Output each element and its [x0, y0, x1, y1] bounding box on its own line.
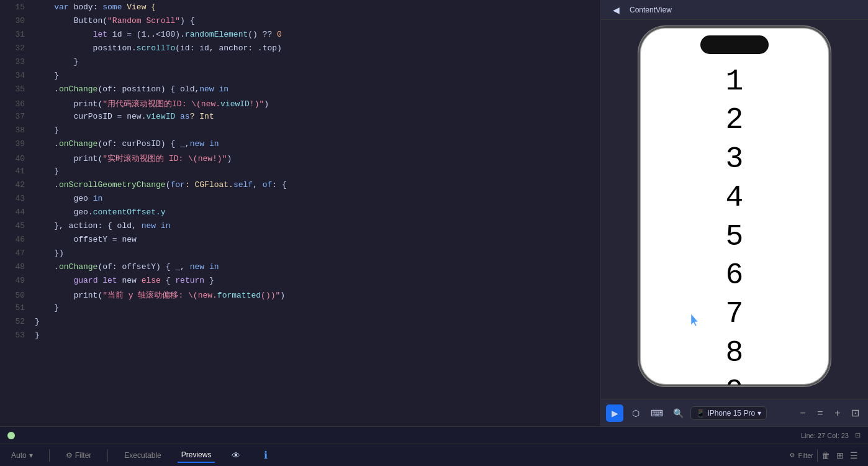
preview-panel: ◀ ContentView 12345678910: [601, 0, 868, 426]
line-number: 41: [5, 167, 25, 176]
chevron-down-icon: ▾: [757, 409, 761, 418]
keyboard-button[interactable]: ⌨: [648, 404, 666, 422]
code-line: 41 }: [0, 167, 600, 180]
code-line: 39 .onChange(of: curPosID) { _,new in: [0, 139, 600, 153]
line-number: 15: [5, 2, 25, 12]
preview-content-view-label: ContentView: [630, 6, 672, 14]
cursor-position: Line: 27 Col: 23: [801, 432, 849, 439]
line-content: .onChange(of: curPosID) { _,new in: [35, 139, 219, 148]
status-dot: [7, 432, 15, 439]
line-content: }: [35, 317, 40, 326]
scroll-number-item: 4: [640, 178, 829, 217]
line-number: 40: [5, 154, 25, 163]
line-number: 51: [5, 303, 25, 313]
tab-auto-label: Auto: [11, 451, 27, 460]
status-bar: Line: 27 Col: 23 ⊡: [0, 426, 868, 444]
line-content: print("实时滚动视图的 ID: \(new!)"): [35, 153, 232, 164]
line-number: 39: [5, 139, 25, 148]
device-selector[interactable]: 📱 iPhone 15 Pro ▾: [690, 406, 767, 420]
code-line: 45 }, action: { old, new in: [0, 221, 600, 235]
scroll-number-item: 6: [640, 256, 829, 295]
line-content: Button("Random Scroll") {: [35, 16, 194, 25]
code-line: 48 .onChange(of: offsetY) { _, new in: [0, 262, 600, 276]
device-name-label: iPhone 15 Pro: [708, 409, 755, 418]
tab-executable[interactable]: Executable: [120, 449, 165, 462]
dynamic-island: [700, 35, 769, 54]
line-number: 52: [5, 317, 25, 326]
code-line: 15 var body: some View {: [0, 2, 600, 16]
list-view-button[interactable]: ☰: [848, 449, 861, 462]
line-number: 35: [5, 85, 25, 94]
line-number: 50: [5, 291, 25, 300]
tab-filter-left[interactable]: ⚙ Filter: [62, 449, 96, 462]
line-content: geo in: [35, 194, 102, 203]
code-line: 42 .onScrollGeometryChange(for: CGFloat.…: [0, 180, 600, 194]
line-content: .onChange(of: offsetY) { _, new in: [35, 262, 219, 272]
code-line: 30 Button("Random Scroll") {: [0, 16, 600, 30]
info-button[interactable]: ℹ: [257, 447, 274, 464]
line-number: 30: [5, 16, 25, 25]
code-line: 46 offsetY = new: [0, 235, 600, 249]
line-content: }: [35, 71, 59, 80]
preview-back-button[interactable]: ◀: [607, 1, 625, 19]
line-content: }: [35, 57, 78, 66]
device-icon: 📱: [696, 409, 705, 418]
code-line: 52}: [0, 317, 600, 331]
zoom-fit-button[interactable]: ⊡: [847, 405, 863, 421]
tab-separator-1: [49, 449, 50, 462]
code-line: 33 }: [0, 57, 600, 71]
line-content: var body: some View {: [35, 2, 156, 12]
code-line: 32 position.scrollTo(id: id, anchor: .to…: [0, 43, 600, 57]
code-line: 36 print("用代码滚动视图的ID: \(new.viewID!)"): [0, 98, 600, 112]
line-number: 34: [5, 71, 25, 80]
tab-separator-3: [817, 449, 818, 462]
line-content: .onChange(of: position) { old,new in: [35, 85, 228, 94]
zoom-out-button[interactable]: −: [795, 405, 811, 421]
inspect-button[interactable]: ⬡: [627, 404, 644, 422]
tab-previews[interactable]: Previews: [178, 448, 215, 463]
eye-toggle-button[interactable]: 👁: [227, 447, 245, 464]
code-line: 35 .onChange(of: position) { old,new in: [0, 85, 600, 98]
trash-button[interactable]: 🗑: [821, 450, 830, 460]
line-content: position.scrollTo(id: id, anchor: .top): [35, 43, 282, 53]
scroll-number-item: 3: [640, 140, 829, 178]
scroll-number-item: 9: [640, 372, 829, 386]
code-line: 37 curPosID = new.viewID as? Int: [0, 112, 600, 126]
zoom-reset-button[interactable]: =: [812, 405, 828, 421]
zoom-in-button[interactable]: +: [830, 405, 846, 421]
scroll-number-item: 8: [640, 334, 829, 372]
iphone-frame: 12345678910: [638, 26, 831, 386]
scroll-number-item: 1: [640, 62, 829, 101]
filter-icon-right: ⚙: [790, 450, 794, 460]
line-number: 33: [5, 57, 25, 66]
line-number: 36: [5, 99, 25, 109]
line-number: 38: [5, 126, 25, 135]
line-content: }): [35, 249, 64, 258]
line-content: }, action: { old, new in: [35, 221, 170, 231]
main-area: 15 var body: some View {30 Button("Rando…: [0, 0, 868, 426]
code-editor: 15 var body: some View {30 Button("Rando…: [0, 0, 601, 426]
line-content: curPosID = new.viewID as? Int: [35, 112, 214, 121]
line-number: 47: [5, 249, 25, 258]
line-content: geo.contentOffset.y: [35, 208, 166, 217]
preview-device-container: 12345678910: [601, 20, 868, 399]
line-number: 45: [5, 221, 25, 231]
inspector-button[interactable]: 🔍: [669, 404, 687, 422]
line-number: 46: [5, 235, 25, 244]
tab-executable-label: Executable: [124, 451, 161, 460]
line-content: }: [35, 303, 59, 313]
bottom-device-toolbar: ▶ ⬡ ⌨ 🔍 📱 iPhone 15 Pro ▾ − = + ⊡: [601, 399, 868, 426]
line-content: guard let new else { return }: [35, 276, 214, 285]
code-line: 43 geo in: [0, 194, 600, 208]
tab-separator-2: [107, 449, 108, 462]
tab-auto[interactable]: Auto ▾: [7, 449, 37, 462]
line-content: print("当前 y 轴滚动偏移: \(new.formatted())"): [35, 290, 285, 301]
code-lines: 15 var body: some View {30 Button("Rando…: [0, 0, 600, 347]
line-number: 31: [5, 30, 25, 39]
play-button[interactable]: ▶: [606, 404, 623, 422]
tab-auto-chevron: ▾: [29, 451, 33, 460]
tab-filter-right: ⚙ Filter 🗑 ⊞ ☰: [790, 449, 861, 462]
grid-view-button[interactable]: ⊞: [834, 449, 846, 462]
line-number: 32: [5, 43, 25, 53]
line-number: 42: [5, 180, 25, 190]
